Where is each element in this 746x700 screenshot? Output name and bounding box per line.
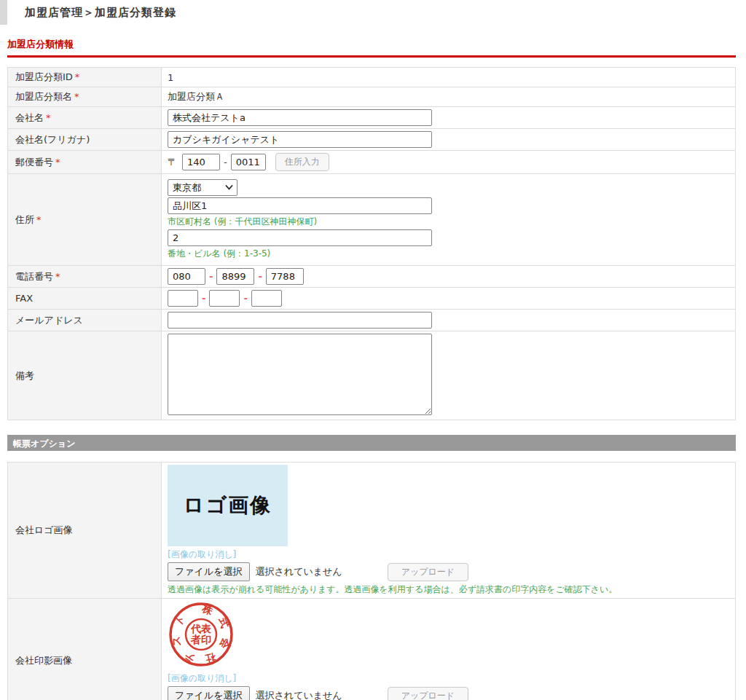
note-textarea[interactable] bbox=[168, 334, 432, 415]
table-row: 会社印影画像 株式会社テスト 代表 者印 [画像の取り消し] bbox=[8, 599, 736, 700]
company-kana-input[interactable] bbox=[168, 131, 432, 148]
required-mark: * bbox=[55, 157, 60, 168]
value-merchant-class-id: 1 bbox=[162, 68, 736, 87]
svg-text:者印: 者印 bbox=[190, 634, 211, 645]
label-company-kana: 会社名(フリガナ) bbox=[8, 129, 162, 151]
page-header: 加盟店管理＞加盟店分類登録 bbox=[0, 0, 746, 25]
table-row: 加盟店分類ID* 1 bbox=[8, 68, 736, 87]
label-company-seal: 会社印影画像 bbox=[8, 599, 162, 700]
value-merchant-class-name: 加盟店分類Ａ bbox=[162, 87, 736, 107]
required-mark: * bbox=[55, 271, 60, 282]
phone-separator: - bbox=[258, 271, 262, 282]
company-logo-image: ロゴ画像 bbox=[168, 465, 288, 546]
logo-file-status: 選択されていません bbox=[256, 565, 342, 578]
label-company-logo: 会社ロゴ画像 bbox=[8, 463, 162, 599]
postal-separator: - bbox=[224, 157, 227, 168]
required-mark: * bbox=[36, 214, 42, 225]
table-row: 住所* 東京都 市区町村名 (例：千代田区神田神保町) 番地・ビル名 (例：1-… bbox=[8, 174, 736, 266]
address-street-hint: 番地・ビル名 (例：1-3-5) bbox=[168, 248, 270, 260]
table-row: 会社名(フリガナ) bbox=[8, 129, 736, 151]
logo-file-select-button[interactable]: ファイルを選択 bbox=[168, 562, 250, 581]
label-address: 住所* bbox=[8, 174, 162, 266]
phone-input-2[interactable] bbox=[216, 268, 254, 285]
table-row: 備考 bbox=[8, 331, 736, 420]
phone-input-1[interactable] bbox=[168, 268, 205, 285]
logo-transparency-warning: 透過画像は表示が崩れる可能性があります。透過画像を利用する場合は、必ず請求書の印… bbox=[168, 583, 729, 596]
label-fax: FAX bbox=[8, 288, 162, 310]
company-seal-image: 株式会社テスト 代表 者印 bbox=[168, 601, 235, 668]
table-row: 加盟店分類名* 加盟店分類Ａ bbox=[8, 87, 736, 107]
main-content: 加盟店分類情報 加盟店分類ID* 1 加盟店分類名* 加盟店分類Ａ 会社名* 会… bbox=[0, 38, 746, 700]
logo-upload-button[interactable]: アップロード bbox=[388, 563, 468, 581]
postal-code-input-1[interactable] bbox=[182, 154, 220, 170]
label-note: 備考 bbox=[8, 331, 162, 420]
postal-code-input-2[interactable] bbox=[231, 154, 266, 170]
table-row: 会社名* bbox=[8, 107, 736, 129]
seal-file-status: 選択されていません bbox=[256, 689, 342, 700]
merchant-info-table: 加盟店分類ID* 1 加盟店分類名* 加盟店分類Ａ 会社名* 会社名(フリガナ)… bbox=[7, 67, 736, 420]
fax-input-2[interactable] bbox=[209, 290, 240, 307]
prefecture-select-wrap: 東京都 bbox=[168, 179, 237, 196]
svg-text:代表: 代表 bbox=[190, 623, 211, 634]
seal-file-select-button[interactable]: ファイルを選択 bbox=[168, 686, 250, 700]
required-mark: * bbox=[74, 91, 79, 102]
fax-input-1[interactable] bbox=[168, 290, 198, 307]
table-row: 電話番号* - - bbox=[8, 266, 736, 288]
required-mark: * bbox=[75, 71, 80, 82]
fax-separator: - bbox=[202, 293, 205, 304]
section-heading-report-options: 帳票オプション bbox=[7, 435, 736, 451]
seal-upload-button[interactable]: アップロード bbox=[388, 687, 468, 700]
address-street-input[interactable] bbox=[168, 229, 432, 246]
phone-separator: - bbox=[209, 271, 213, 282]
seal-cancel-link[interactable]: [画像の取り消し] bbox=[168, 672, 236, 685]
table-row: FAX - - bbox=[8, 288, 736, 310]
required-mark: * bbox=[46, 112, 51, 123]
header-accent-bar bbox=[0, 0, 7, 25]
page-title: 加盟店管理＞加盟店分類登録 bbox=[25, 6, 176, 20]
prefecture-select[interactable]: 東京都 bbox=[168, 179, 237, 196]
address-lookup-button[interactable]: 住所入力 bbox=[275, 153, 329, 171]
email-input[interactable] bbox=[168, 312, 432, 329]
fax-separator: - bbox=[243, 293, 247, 304]
table-row: メールアドレス bbox=[8, 310, 736, 331]
label-merchant-class-name: 加盟店分類名* bbox=[8, 87, 162, 107]
report-options-table: 会社ロゴ画像 ロゴ画像 [画像の取り消し] ファイルを選択 選択されていません … bbox=[7, 462, 736, 700]
section-heading-info: 加盟店分類情報 bbox=[7, 38, 736, 58]
logo-cancel-link[interactable]: [画像の取り消し] bbox=[168, 548, 236, 561]
postal-mark: 〒 bbox=[168, 156, 177, 169]
fax-input-3[interactable] bbox=[251, 290, 282, 307]
table-row: 会社ロゴ画像 ロゴ画像 [画像の取り消し] ファイルを選択 選択されていません … bbox=[8, 463, 736, 599]
label-email: メールアドレス bbox=[8, 310, 162, 331]
table-row: 郵便番号* 〒 - 住所入力 bbox=[8, 151, 736, 174]
company-name-input[interactable] bbox=[168, 109, 432, 126]
label-company-name: 会社名* bbox=[8, 107, 162, 129]
label-merchant-class-id: 加盟店分類ID* bbox=[8, 68, 162, 87]
phone-input-3[interactable] bbox=[266, 268, 304, 285]
address-city-input[interactable] bbox=[168, 197, 432, 214]
label-postal-code: 郵便番号* bbox=[8, 151, 162, 174]
address-city-hint: 市区町村名 (例：千代田区神田神保町) bbox=[168, 216, 317, 228]
label-phone: 電話番号* bbox=[8, 266, 162, 288]
